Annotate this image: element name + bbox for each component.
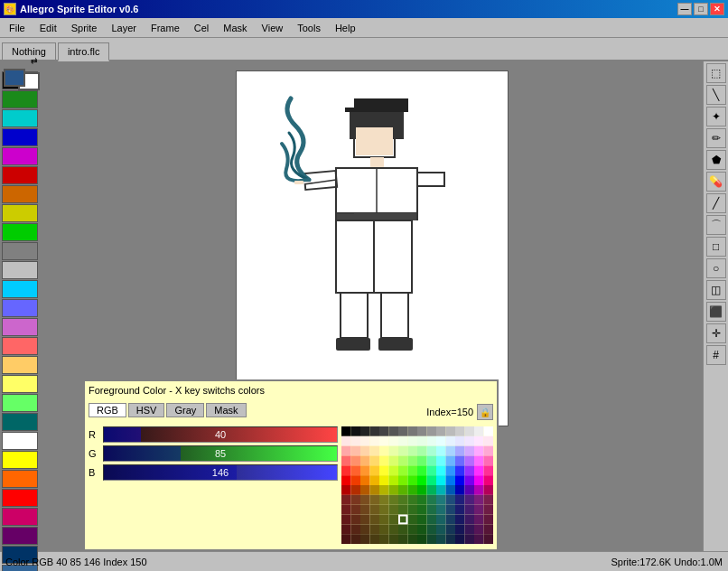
palette-color-2[interactable] — [2, 109, 38, 127]
titlebar-controls[interactable]: — □ ✕ — [677, 3, 724, 15]
palette-color-24[interactable] — [2, 527, 38, 545]
palette-color-6[interactable] — [2, 185, 38, 203]
svg-rect-6 — [370, 157, 384, 168]
color-palette-grid[interactable] — [341, 426, 493, 544]
hash-tool[interactable]: # — [706, 345, 726, 365]
sprite-canvas[interactable] — [236, 70, 509, 426]
g-value: 85 — [215, 448, 226, 459]
palette-color-8[interactable] — [2, 223, 38, 241]
status-left: Color RGB 40 85 146 Index 150 — [5, 557, 147, 567]
sprite-svg — [237, 71, 508, 424]
b-label: B — [89, 467, 99, 478]
titlebar-left: 🎨 Allegro Sprite Editor v0.6 — [4, 3, 138, 15]
palette-color-9[interactable] — [2, 242, 38, 260]
minimize-button[interactable]: — — [677, 3, 692, 15]
svg-rect-18 — [376, 222, 410, 291]
color-picker-tabs: RGB HSV Gray Mask — [89, 403, 247, 417]
svg-rect-23 — [336, 338, 370, 351]
right-toolbar: ⬚╲✦✏⬟💊╱⌒□○◫⬛✛# — [703, 61, 728, 551]
palette-color-22[interactable] — [2, 489, 38, 507]
foreground-color[interactable] — [4, 69, 25, 87]
palette-color-18[interactable] — [2, 413, 38, 431]
lock-button[interactable]: 🔒 — [477, 404, 493, 420]
menu-item-view[interactable]: View — [255, 21, 291, 35]
r-slider[interactable]: 40 — [103, 426, 338, 443]
line-tool[interactable]: ╱ — [706, 193, 726, 213]
status-right: Sprite:172.6K Undo:1.0M — [611, 557, 723, 567]
menu-item-help[interactable]: Help — [328, 21, 363, 35]
menu-item-cel[interactable]: Cel — [187, 21, 217, 35]
palette-color-3[interactable] — [2, 128, 38, 146]
fill-tool[interactable]: ◫ — [706, 280, 726, 300]
hsv-tab[interactable]: HSV — [128, 403, 165, 417]
svg-rect-5 — [356, 127, 393, 155]
cp-top-row: Foreground Color - X key switchs colors — [89, 385, 493, 399]
rect-tool[interactable]: □ — [706, 237, 726, 257]
app-icon: 🎨 — [4, 3, 16, 15]
palette-color-17[interactable] — [2, 394, 38, 412]
swap-icon[interactable]: ⇄ — [31, 56, 38, 65]
ellipse-tool[interactable]: ○ — [706, 258, 726, 278]
svg-rect-24 — [378, 338, 413, 351]
pencil-tool[interactable]: ✏ — [706, 128, 726, 148]
tabbar: Nothingintro.flc — [0, 38, 728, 61]
palette-color-1[interactable] — [2, 90, 38, 108]
menu-item-layer[interactable]: Layer — [104, 21, 144, 35]
rgb-tab[interactable]: RGB — [89, 403, 126, 417]
paintbucket-tool[interactable]: ⬟ — [706, 150, 726, 170]
b-value: 146 — [212, 467, 229, 478]
save-tool[interactable]: ✦ — [706, 107, 726, 126]
scroll-up-tool[interactable]: ╲ — [706, 85, 726, 105]
gray-tab[interactable]: Gray — [166, 403, 204, 417]
palette-color-14[interactable] — [2, 337, 38, 355]
svg-rect-14 — [336, 213, 417, 220]
menu-item-file[interactable]: File — [2, 21, 33, 35]
palette-color-16[interactable] — [2, 375, 38, 393]
menu-item-frame[interactable]: Frame — [144, 21, 187, 35]
marquee-tool[interactable]: ⬚ — [706, 63, 726, 83]
palette-color-23[interactable] — [2, 508, 38, 526]
palette-color-4[interactable] — [2, 147, 38, 165]
tab-nothing[interactable]: Nothing — [2, 42, 56, 60]
palette-color-20[interactable] — [2, 451, 38, 469]
menu-item-edit[interactable]: Edit — [33, 21, 64, 35]
main-area: ⇄ — [0, 61, 728, 551]
close-button[interactable]: ✕ — [710, 3, 724, 15]
palette-color-12[interactable] — [2, 299, 38, 317]
eraser-tool[interactable]: ⬛ — [706, 302, 726, 322]
index-display: Index=150 — [426, 407, 473, 417]
menu-item-mask[interactable]: Mask — [216, 21, 254, 35]
r-slider-row: R 40 — [89, 426, 338, 443]
app-title: Allegro Sprite Editor v0.6 — [20, 4, 138, 14]
svg-rect-1 — [354, 98, 408, 108]
palette-color-11[interactable] — [2, 280, 38, 298]
maximize-button[interactable]: □ — [694, 3, 708, 15]
color-picker-panel: Foreground Color - X key switchs colors … — [83, 379, 499, 551]
menu-item-sprite[interactable]: Sprite — [64, 21, 105, 35]
palette-color-15[interactable] — [2, 356, 38, 374]
mask-tab[interactable]: Mask — [206, 403, 246, 417]
svg-rect-26 — [294, 181, 303, 184]
svg-rect-20 — [342, 295, 366, 336]
color-sliders: R 40 G 85 B — [89, 426, 338, 546]
b-slider[interactable]: 146 — [103, 464, 338, 481]
menubar: FileEditSpriteLayerFrameCelMaskViewTools… — [0, 18, 728, 38]
menu-item-tools[interactable]: Tools — [290, 21, 328, 35]
color-grid — [341, 426, 493, 546]
svg-rect-16 — [338, 222, 372, 291]
palette-color-5[interactable] — [2, 166, 38, 184]
r-label: R — [89, 429, 99, 440]
tab-introflc[interactable]: intro.flc — [58, 42, 109, 61]
eyedropper-tool[interactable]: 💊 — [706, 172, 726, 192]
g-slider[interactable]: 85 — [103, 445, 338, 462]
svg-rect-22 — [383, 295, 406, 336]
palette-color-21[interactable] — [2, 470, 38, 488]
canvas-area: Foreground Color - X key switchs colors … — [42, 61, 703, 551]
palette-color-19[interactable] — [2, 432, 38, 450]
palette-color-13[interactable] — [2, 318, 38, 336]
palette-color-7[interactable] — [2, 204, 38, 222]
palette-color-10[interactable] — [2, 261, 38, 279]
move-tool[interactable]: ✛ — [706, 323, 726, 343]
b-slider-row: B 146 — [89, 464, 338, 481]
curve-tool[interactable]: ⌒ — [706, 215, 726, 235]
